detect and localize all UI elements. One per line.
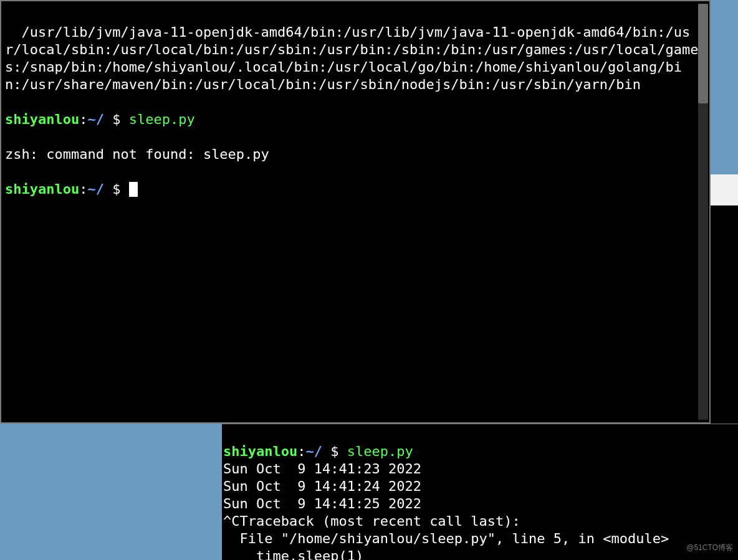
prompt-sep-2: : [79,181,87,197]
prompt-user-b: shiyanlou [223,444,297,459]
traceback-line-1: ^CTraceback (most recent call last): [223,513,520,529]
prompt-dollar-1: $ [104,112,129,127]
prompt-path-b: ~/ [305,444,322,459]
window-black-slice [711,206,738,424]
command-1: sleep.py [129,112,195,127]
error-line: zsh: command not found: sleep.py [5,146,269,162]
prompt-dollar-b: $ [322,444,347,459]
terminal-bottom[interactable]: shiyanlou:~/ $ sleep.py Sun Oct 9 14:41:… [222,424,738,560]
output-line-2: Sun Oct 9 14:41:24 2022 [223,478,421,494]
cursor-icon [129,182,138,197]
prompt-sep-b: : [297,444,305,459]
prompt-user-1: shiyanlou [5,112,79,127]
prompt-path-1: ~/ [87,112,104,127]
prompt-dollar-2: $ [104,181,129,197]
path-output: /usr/lib/jvm/java-11-openjdk-amd64/bin:/… [5,24,699,92]
prompt-sep-1: : [79,112,87,127]
scrollbar-thumb[interactable] [698,4,708,103]
prompt-user-2: shiyanlou [5,181,79,197]
output-line-3: Sun Oct 9 14:41:25 2022 [223,496,421,511]
prompt-path-2: ~/ [87,181,104,197]
watermark: @51CTO博客 [686,539,733,556]
traceback-line-3: time.sleep(1) [223,548,363,560]
terminal-top[interactable]: /usr/lib/jvm/java-11-openjdk-amd64/bin:/… [0,0,711,424]
desktop-background-slice [711,0,738,174]
traceback-line-2: File "/home/shiyanlou/sleep.py", line 5,… [223,531,669,546]
command-b: sleep.py [347,444,413,459]
window-edge-slice [711,174,738,206]
output-line-1: Sun Oct 9 14:41:23 2022 [223,461,421,477]
desktop-background-bottom [0,424,222,560]
